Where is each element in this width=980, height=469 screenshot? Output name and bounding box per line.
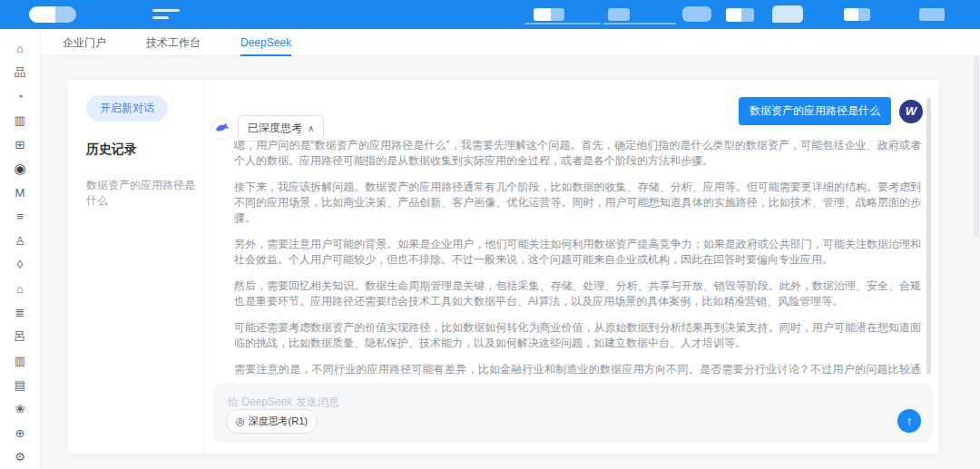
chat-scrollbar[interactable] bbox=[926, 98, 931, 375]
app-logo-icon[interactable]: ◉ bbox=[0, 157, 41, 181]
top-navigation-bar bbox=[0, 0, 980, 29]
input-placeholder: 给 DeepSeek 发送消息 bbox=[228, 395, 339, 410]
deep-think-icon: ◎ bbox=[236, 415, 245, 427]
hierarchy-icon[interactable]: 呂 bbox=[0, 325, 41, 349]
nav-item-blurred[interactable] bbox=[608, 8, 630, 21]
home-icon[interactable]: ⌂ bbox=[0, 36, 41, 61]
user-icon[interactable]: ♙ bbox=[0, 229, 41, 253]
arrow-up-icon: ↑ bbox=[906, 414, 913, 428]
tab-enterprise-portal[interactable]: 企业门户 bbox=[63, 29, 106, 56]
nav-item-blurred[interactable] bbox=[534, 8, 564, 21]
tab-bar: 企业门户 技术工作台 DeepSeek bbox=[41, 29, 980, 56]
nav-item-blurred[interactable] bbox=[726, 8, 754, 22]
answer-paragraph: 嗯，用户问的是“数据资产的应用路径是什么”，我需要先理解这个问题。首先，确定他们… bbox=[234, 138, 921, 169]
nav-item-blurred[interactable] bbox=[682, 6, 711, 22]
user-message-row: 数据资产的应用路径是什么 W bbox=[739, 97, 923, 125]
shield-icon[interactable]: ◊ bbox=[0, 253, 41, 278]
history-title: 历史记录 bbox=[86, 142, 203, 158]
answer-paragraph: 然后，需要回忆相关知识。数据生命周期管理是关键，包括采集、存储、处理、分析、共享… bbox=[234, 278, 921, 309]
answer-paragraph: 另外，需要注意用户可能的背景。如果是企业用户，他们可能关注如何利用数据资产提高竞… bbox=[234, 237, 921, 268]
nav-underline bbox=[603, 23, 676, 24]
answer-paragraph: 可能还需要考虑数据资产的价值实现路径，比如数据如何转化为商业价值，从原始数据到分… bbox=[234, 320, 921, 351]
message-input-box[interactable]: 给 DeepSeek 发送消息 ◎ 深度思考(R1) ↑ bbox=[213, 383, 933, 443]
globe-icon[interactable]: ⊕ bbox=[0, 421, 41, 445]
send-button[interactable]: ↑ bbox=[897, 409, 921, 433]
user-message-bubble[interactable]: 数据资产的应用路径是什么 bbox=[739, 97, 891, 125]
deep-think-label: 深度思考(R1) bbox=[249, 415, 308, 428]
history-panel: 开启新对话 历史记录 数据资产的应用路径是什么 bbox=[68, 80, 204, 454]
message-bubble-icon[interactable] bbox=[772, 5, 803, 23]
barcode-alt-icon[interactable]: ▥ bbox=[0, 349, 41, 374]
home-alt-icon[interactable]: ⌂ bbox=[0, 277, 41, 301]
answer-paragraph: 需要注意的是，不同行业的应用路径可能有差异，比如金融行业和制造业的数据应用方向不… bbox=[234, 362, 921, 379]
layers-icon[interactable]: ≣ bbox=[0, 301, 41, 326]
nav-item-blurred[interactable] bbox=[844, 8, 870, 21]
letter-m-icon[interactable]: M bbox=[0, 181, 41, 205]
folder-open-icon[interactable]: ▤ bbox=[0, 373, 41, 397]
new-chat-button[interactable]: 开启新对话 bbox=[86, 95, 168, 122]
folder-add-icon[interactable]: ⊞ bbox=[0, 132, 41, 157]
barcode-icon[interactable]: ▥ bbox=[0, 109, 41, 133]
org-chart-icon[interactable]: 品 bbox=[0, 61, 41, 85]
tab-deepseek[interactable]: DeepSeek bbox=[240, 29, 291, 56]
assistant-answer: 嗯，用户问的是“数据资产的应用路径是什么”，我需要先理解这个问题。首先，确定他们… bbox=[234, 138, 921, 379]
user-avatar: W bbox=[899, 100, 923, 123]
tab-tech-workbench[interactable]: 技术工作台 bbox=[146, 29, 201, 56]
list-icon[interactable]: ≡ bbox=[0, 205, 41, 230]
nav-underline bbox=[524, 23, 601, 24]
deep-thought-label: 已深度思考 bbox=[248, 122, 302, 134]
deepseek-whale-icon bbox=[211, 118, 232, 140]
page-scrollbar[interactable] bbox=[974, 56, 979, 238]
left-icon-sidebar: ⌂ 品 ◔ ▥ ⊞ ◉ M ≡ ♙ ◊ ⌂ ≣ 呂 ▥ ▤ ❀ ⊕ ⚙ bbox=[0, 29, 41, 469]
app-logo bbox=[29, 6, 76, 23]
chat-card: 开启新对话 历史记录 数据资产的应用路径是什么 数据资产的应用路径是什么 W 已… bbox=[68, 80, 939, 454]
flower-icon[interactable]: ❀ bbox=[0, 397, 41, 422]
history-item[interactable]: 数据资产的应用路径是什么 bbox=[86, 178, 203, 209]
gear-icon[interactable]: ⚙ bbox=[0, 445, 41, 469]
answer-paragraph: 接下来，我应该拆解问题。数据资产的应用路径通常有几个阶段，比如数据的收集、存储、… bbox=[234, 180, 921, 226]
deep-think-mode-button[interactable]: ◎ 深度思考(R1) bbox=[226, 409, 318, 434]
chevron-up-icon: ∧ bbox=[308, 123, 314, 133]
menu-toggle-icon[interactable] bbox=[152, 9, 180, 20]
pie-chart-icon[interactable]: ◔ bbox=[0, 84, 41, 109]
nav-item-blurred[interactable] bbox=[919, 8, 945, 21]
